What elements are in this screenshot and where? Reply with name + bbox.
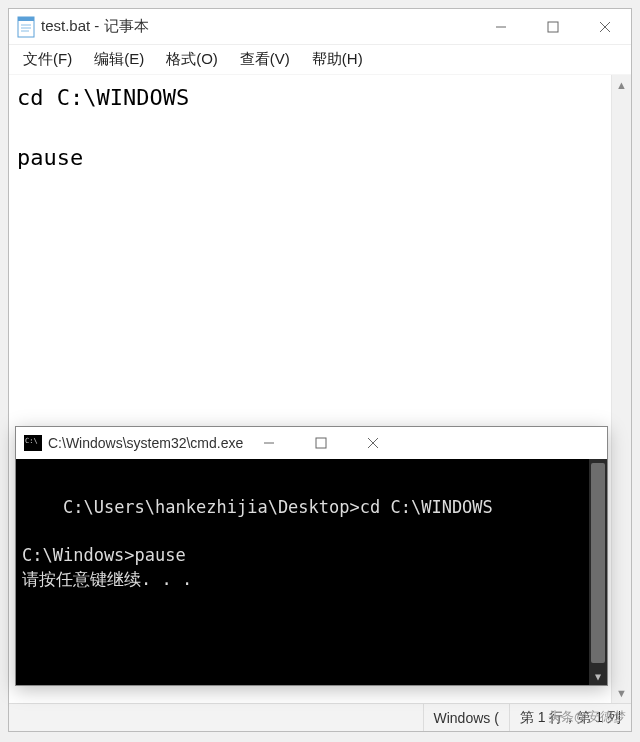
cmd-maximize-button[interactable] xyxy=(295,425,347,461)
notepad-scrollbar[interactable]: ▲ ▼ xyxy=(611,75,631,703)
cmd-title: C:\Windows\system32\cmd.exe xyxy=(48,435,243,451)
close-button[interactable] xyxy=(579,9,631,45)
notepad-title: test.bat - 记事本 xyxy=(41,17,149,36)
cmd-scroll-down-icon[interactable]: ▼ xyxy=(589,669,607,685)
maximize-button[interactable] xyxy=(527,9,579,45)
cmd-console[interactable]: C:\Users\hankezhijia\Desktop>cd C:\WINDO… xyxy=(16,459,607,685)
cmd-icon xyxy=(24,435,42,451)
status-cursor-pos: 第 1 行，第 1 列 xyxy=(509,704,631,731)
svg-rect-6 xyxy=(548,22,558,32)
status-os: Windows ( xyxy=(423,704,509,731)
menu-format[interactable]: 格式(O) xyxy=(158,48,226,71)
menu-view[interactable]: 查看(V) xyxy=(232,48,298,71)
cmd-titlebar[interactable]: C:\Windows\system32\cmd.exe xyxy=(16,427,607,459)
svg-rect-10 xyxy=(316,438,326,448)
cmd-output: C:\Users\hankezhijia\Desktop>cd C:\WINDO… xyxy=(22,497,493,589)
notepad-icon xyxy=(17,16,35,38)
scroll-down-icon[interactable]: ▼ xyxy=(612,683,631,703)
cmd-minimize-button[interactable] xyxy=(243,425,295,461)
notepad-titlebar[interactable]: test.bat - 记事本 xyxy=(9,9,631,45)
menu-file[interactable]: 文件(F) xyxy=(15,48,80,71)
menu-help[interactable]: 帮助(H) xyxy=(304,48,371,71)
cmd-scroll-thumb[interactable] xyxy=(591,463,605,663)
minimize-button[interactable] xyxy=(475,9,527,45)
statusbar: Windows ( 第 1 行，第 1 列 100% xyxy=(9,703,631,731)
cmd-window: C:\Windows\system32\cmd.exe C:\Users\han… xyxy=(15,426,608,686)
scroll-up-icon[interactable]: ▲ xyxy=(612,75,631,95)
cmd-scrollbar[interactable]: ▲ ▼ xyxy=(589,459,607,685)
menu-edit[interactable]: 编辑(E) xyxy=(86,48,152,71)
menubar: 文件(F) 编辑(E) 格式(O) 查看(V) 帮助(H) xyxy=(9,45,631,75)
svg-rect-1 xyxy=(18,17,34,21)
cmd-close-button[interactable] xyxy=(347,425,399,461)
